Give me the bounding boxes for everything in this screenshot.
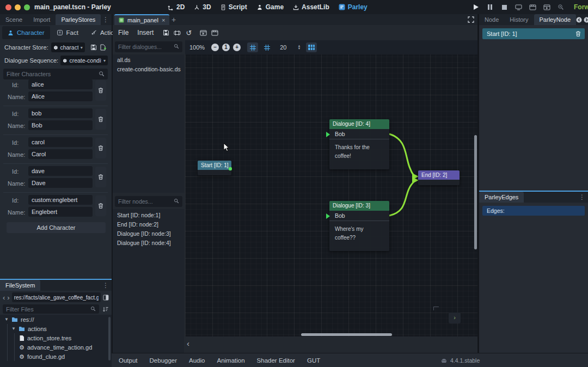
character-id-field[interactable] — [28, 195, 93, 205]
character-name-field[interactable] — [28, 149, 93, 159]
zoom-window-button[interactable] — [24, 4, 30, 10]
character-name-field[interactable] — [28, 207, 93, 217]
filter-characters-input[interactable] — [3, 69, 108, 79]
dialogue-file-item[interactable]: all.ds — [113, 56, 184, 65]
filter-nodes-input[interactable] — [115, 196, 182, 207]
tab-filesystem[interactable]: FileSystem — [0, 280, 40, 291]
character-name-field[interactable] — [28, 178, 93, 188]
renderer-dropdown[interactable]: Forward+ ▼ — [574, 3, 588, 11]
close-tab-icon[interactable]: × — [162, 17, 165, 23]
tree-item-found-clue[interactable]: ⚙ found_clue.gd — [15, 352, 112, 361]
expand-editor-icon[interactable] — [468, 16, 474, 23]
menu-assetlib[interactable]: AssetLib — [293, 3, 329, 11]
bottom-tab-shader-editor[interactable]: Shader Editor — [251, 357, 301, 364]
filter-dialogues-input[interactable] — [115, 41, 182, 52]
play-scene-button[interactable] — [528, 3, 537, 11]
input-port-icon[interactable] — [326, 132, 330, 137]
menu-3d[interactable]: 3D — [194, 3, 211, 11]
remote-debug-button[interactable] — [514, 3, 523, 11]
tab-history[interactable]: History — [504, 14, 534, 25]
node-list-item[interactable]: End [ID: node:2] — [113, 220, 184, 229]
left-dock-menu-icon[interactable]: ⋮ — [102, 16, 112, 23]
tree-scrollbar[interactable] — [108, 317, 111, 360]
delete-character-button[interactable] — [95, 138, 106, 158]
input-port-icon[interactable] — [326, 213, 330, 219]
graph-node-dialogue-3[interactable]: Dialogue [ID: 3] Bob Where's my coffee?? — [329, 201, 389, 251]
graph-node-dialogue-4[interactable]: Dialogue [ID: 4] Bob Thanks for the coff… — [329, 119, 389, 169]
bottom-tab-output[interactable]: Output — [113, 357, 144, 364]
play-button[interactable] — [471, 3, 480, 11]
character-id-field[interactable] — [28, 79, 93, 89]
collapse-icon[interactable]: ▼ — [4, 317, 9, 322]
bottom-tab-debugger[interactable]: Debugger — [144, 357, 183, 364]
collapse-sidebar-icon[interactable]: ‹ — [187, 339, 189, 348]
insert-menu[interactable]: Insert — [133, 29, 158, 36]
minimap-expand-button[interactable]: › — [449, 313, 461, 323]
new-store-button[interactable] — [99, 43, 108, 52]
file-menu[interactable]: File — [114, 29, 133, 36]
graph-canvas[interactable]: 100% − 1 + 20 ▲▼ — [185, 40, 477, 337]
tab-main-panel[interactable]: main_panel × — [114, 14, 169, 25]
character-id-field[interactable] — [28, 137, 93, 147]
delete-character-button[interactable] — [95, 80, 106, 101]
run-dialogue-from-button[interactable] — [210, 28, 219, 38]
start-output-port[interactable] — [229, 167, 232, 170]
split-view-icon[interactable] — [103, 294, 109, 301]
menu-2d[interactable]: 2D — [168, 3, 185, 11]
tab-parleyedges[interactable]: ParleyEdges — [479, 192, 524, 203]
graph-horizontal-scrollbar[interactable] — [301, 333, 392, 336]
save-dialogue-button[interactable] — [161, 28, 170, 38]
bottom-tab-gut[interactable]: GUT — [301, 357, 326, 364]
node-list-item[interactable]: Dialogue [ID: node:4] — [113, 238, 184, 248]
delete-character-button[interactable] — [95, 167, 106, 187]
close-window-button[interactable] — [5, 4, 11, 10]
tree-item-action-store[interactable]: action_store.tres — [15, 333, 112, 342]
history-back-icon[interactable] — [576, 17, 582, 23]
stop-button[interactable] — [500, 3, 509, 11]
save-store-button[interactable] — [89, 43, 99, 52]
menu-game[interactable]: Game — [256, 3, 284, 11]
minimize-window-button[interactable] — [15, 4, 21, 10]
tab-node[interactable]: Node — [479, 14, 504, 25]
character-name-field[interactable] — [28, 91, 93, 101]
bottom-tab-animation[interactable]: Animation — [211, 357, 250, 364]
node-list-item[interactable]: Start [ID: node:1] — [113, 211, 184, 220]
character-store-dropdown[interactable]: charact ▾ — [51, 42, 85, 52]
tree-item-res[interactable]: ▼ res:// — [0, 315, 112, 324]
tab-import[interactable]: Import — [28, 14, 56, 25]
dialogue-sequence-dropdown[interactable]: create-conditi ▾ — [60, 56, 108, 65]
dialogue-file-item[interactable]: create-condition-basic.ds — [113, 65, 184, 74]
run-dialogue-button[interactable] — [199, 28, 208, 38]
tab-character[interactable]: Character — [2, 26, 50, 39]
tree-item-actions[interactable]: ▼ actions — [8, 324, 112, 333]
version-info[interactable]: 4.4.1.stable — [441, 353, 480, 367]
menu-parley[interactable]: Parley — [339, 3, 367, 11]
bottom-tab-audio[interactable]: Audio — [183, 357, 211, 364]
delete-character-button[interactable] — [95, 195, 106, 216]
delete-node-button[interactable] — [575, 30, 581, 37]
parleyedges-menu-icon[interactable]: ⋮ — [579, 193, 588, 201]
sort-files-icon[interactable] — [102, 306, 109, 313]
tab-parleystores[interactable]: ParleyStores — [56, 14, 101, 25]
add-character-button[interactable]: Add Character — [7, 222, 106, 233]
tree-item-advance-time[interactable]: ⚙ advance_time_action.gd — [15, 342, 112, 352]
tab-fact[interactable]: Fact — [51, 26, 84, 39]
pause-button[interactable] — [486, 3, 494, 11]
path-field[interactable] — [12, 292, 101, 302]
node-list-item[interactable]: Dialogue [ID: node:3] — [113, 229, 184, 238]
history-forward-icon[interactable] — [584, 17, 588, 23]
new-tab-button[interactable]: + — [171, 15, 176, 24]
nav-back-icon[interactable]: ‹ — [3, 293, 5, 302]
movie-mode-button[interactable] — [542, 3, 551, 11]
character-id-field[interactable] — [28, 166, 93, 176]
tab-scene[interactable]: Scene — [0, 14, 28, 25]
tab-parleynode[interactable]: ParleyNode — [534, 14, 576, 25]
debug-options-button[interactable] — [556, 3, 565, 11]
character-name-field[interactable] — [28, 120, 93, 130]
filter-files-input[interactable] — [3, 304, 99, 314]
auto-arrange-button[interactable] — [173, 28, 182, 38]
delete-character-button[interactable] — [95, 109, 106, 130]
menu-script[interactable]: Script — [220, 3, 247, 11]
graph-vertical-scrollbar[interactable] — [474, 135, 477, 249]
character-id-field[interactable] — [28, 108, 93, 118]
